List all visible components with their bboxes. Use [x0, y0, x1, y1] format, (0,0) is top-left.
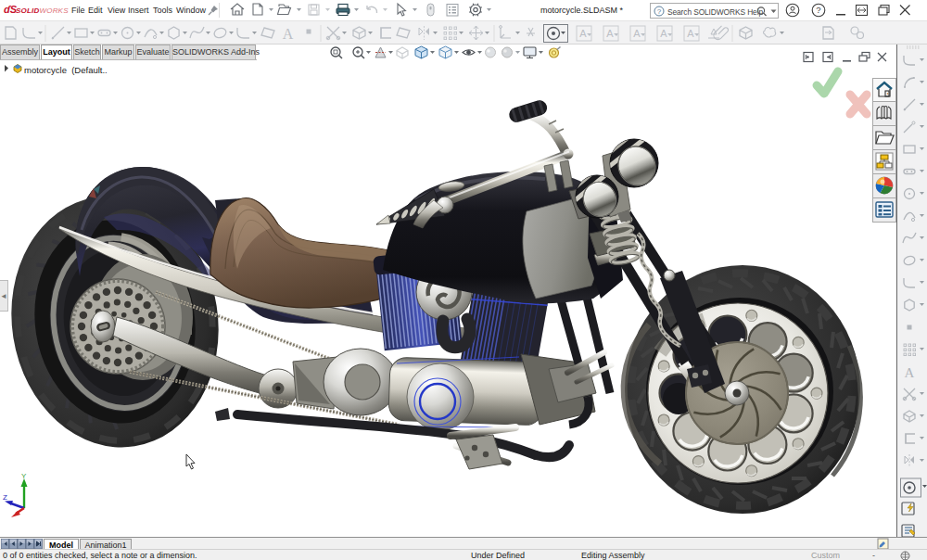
svg-text:A: A: [579, 28, 587, 39]
svg-text:A: A: [905, 365, 915, 380]
svg-text:A: A: [606, 28, 614, 39]
svg-text:A: A: [687, 28, 694, 39]
svg-text:A: A: [633, 28, 641, 39]
svg-text:Z: Z: [3, 493, 7, 502]
svg-text:A: A: [283, 26, 294, 42]
svg-text:A: A: [660, 28, 667, 39]
svg-text:?: ?: [816, 5, 820, 15]
svg-text:?: ?: [657, 7, 662, 16]
